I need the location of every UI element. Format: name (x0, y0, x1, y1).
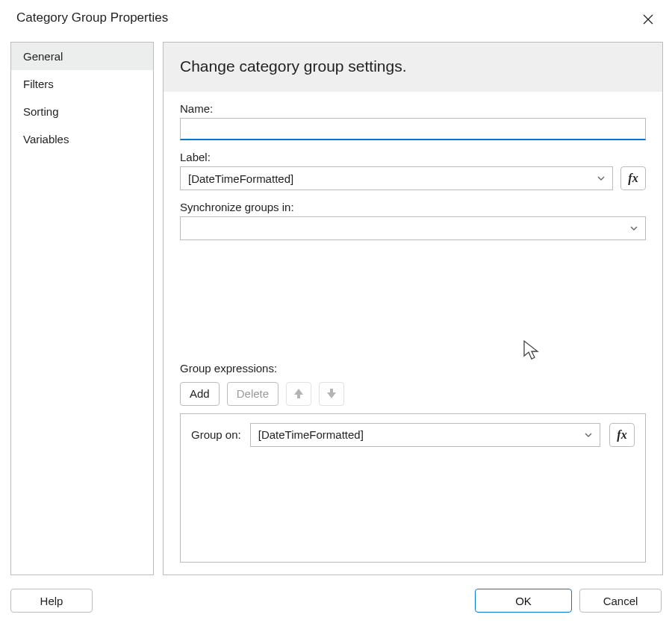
group-on-label: Group on: (191, 428, 241, 441)
sync-label: Synchronize groups in: (180, 201, 646, 213)
sidebar-item-variables[interactable]: Variables (11, 125, 153, 153)
panel-heading: Change category group settings. (164, 43, 662, 92)
cancel-button-label: Cancel (603, 595, 638, 607)
help-button-label: Help (40, 595, 63, 607)
sidebar-item-label: General (23, 50, 63, 63)
group-on-fx-button[interactable]: fx (609, 423, 635, 447)
delete-button[interactable]: Delete (227, 382, 279, 406)
sidebar-item-label: Filters (23, 78, 54, 90)
label-select[interactable]: [DateTimeFormatted] (180, 166, 613, 190)
label-select-value: [DateTimeFormatted] (188, 172, 293, 185)
delete-button-label: Delete (237, 387, 269, 400)
close-button[interactable] (639, 10, 657, 28)
label-fx-button[interactable]: fx (620, 166, 646, 190)
sidebar-item-label: Variables (23, 133, 69, 145)
content-row: General Filters Sorting Variables Change… (0, 42, 672, 583)
move-up-button[interactable] (286, 382, 311, 406)
fx-icon: fx (628, 172, 638, 185)
sync-select[interactable] (180, 216, 646, 240)
group-expressions-label: Group expressions: (180, 362, 646, 375)
group-on-select[interactable]: [DateTimeFormatted] (250, 423, 600, 447)
sidebar-item-label: Sorting (23, 105, 59, 118)
sidebar-item-sorting[interactable]: Sorting (11, 98, 153, 125)
fx-icon: fx (617, 428, 626, 442)
name-input[interactable] (180, 118, 646, 140)
arrow-down-icon (327, 389, 336, 398)
help-button[interactable]: Help (10, 589, 93, 613)
titlebar: Category Group Properties (0, 0, 672, 42)
group-expressions-list: Group on: [DateTimeFormatted] fx (180, 413, 646, 563)
add-button[interactable]: Add (180, 382, 220, 406)
arrow-up-icon (294, 389, 303, 398)
dialog-window: Category Group Properties General Filter… (0, 0, 672, 623)
add-button-label: Add (190, 387, 210, 400)
chevron-down-icon (596, 173, 606, 184)
dialog-footer: Help OK Cancel (0, 583, 672, 623)
main-panel: Change category group settings. Name: La… (163, 42, 663, 575)
group-on-value: [DateTimeFormatted] (258, 428, 364, 441)
chevron-down-icon (583, 430, 594, 440)
sidebar-item-general[interactable]: General (11, 43, 153, 70)
close-icon (642, 13, 654, 25)
group-expression-row: Group on: [DateTimeFormatted] fx (191, 423, 635, 447)
dialog-title: Category Group Properties (16, 10, 168, 25)
ok-button[interactable]: OK (475, 589, 572, 613)
expressions-toolbar: Add Delete (180, 382, 646, 406)
cancel-button[interactable]: Cancel (579, 589, 662, 613)
panel-body: Name: Label: [DateTimeFormatted] (164, 92, 662, 575)
ok-button-label: OK (515, 595, 532, 607)
label-label: Label: (180, 151, 646, 163)
move-down-button[interactable] (319, 382, 344, 406)
chevron-down-icon (629, 223, 639, 234)
sidebar-item-filters[interactable]: Filters (11, 70, 153, 98)
label-row: [DateTimeFormatted] fx (180, 166, 646, 190)
sidebar: General Filters Sorting Variables (10, 42, 154, 575)
name-label: Name: (180, 102, 646, 115)
